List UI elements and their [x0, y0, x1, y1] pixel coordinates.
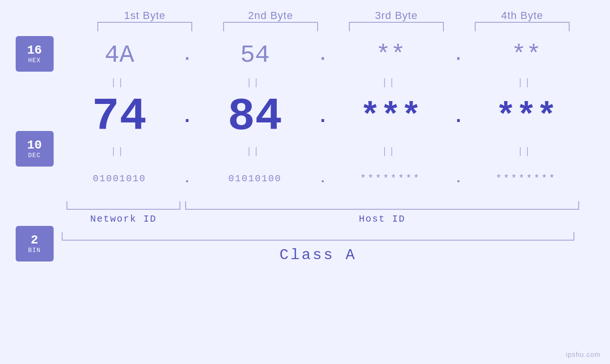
- sep-pipe6: ||: [207, 146, 302, 157]
- bracket-byte1: [97, 22, 192, 31]
- hex-dot3: .: [449, 46, 468, 65]
- bin-dot3: .: [449, 171, 468, 186]
- bin-byte3: ********: [343, 173, 438, 184]
- dec-byte4: ***: [479, 97, 573, 136]
- bin-badge-label: BIN: [28, 247, 40, 254]
- hex-byte4: **: [479, 41, 573, 69]
- dec-dot2: .: [313, 106, 332, 128]
- byte1-header: 1st Byte: [97, 9, 192, 22]
- values-grid: 4A . 54 . ** . **: [62, 36, 610, 264]
- separator-row-1: || || || ||: [62, 74, 584, 91]
- dec-byte1: 74: [72, 91, 167, 143]
- top-brackets: [82, 22, 585, 31]
- sep-pipe4: ||: [479, 77, 573, 88]
- dec-badge-num: 10: [27, 139, 42, 152]
- byte2-header: 2nd Byte: [223, 9, 318, 22]
- host-bracket: [185, 201, 579, 210]
- bin-badge-num: 2: [31, 233, 38, 247]
- dec-byte3: ***: [343, 97, 438, 136]
- dec-badge: 10 DEC: [16, 131, 54, 167]
- dec-dot3: .: [449, 106, 468, 128]
- dec-badge-label: DEC: [28, 152, 40, 159]
- sep-pipe3: ||: [343, 77, 438, 88]
- separator-row-2: || || || ||: [62, 143, 584, 159]
- dec-byte2: 84: [207, 91, 302, 143]
- hex-badge-label: HEX: [28, 57, 40, 64]
- bracket-byte4: [475, 22, 570, 31]
- hex-badge: 16 HEX: [16, 36, 54, 72]
- bin-byte1: 01001010: [72, 173, 167, 184]
- hex-byte1: 4A: [72, 41, 167, 69]
- bracket-byte3: [349, 22, 444, 31]
- hex-byte2: 54: [207, 41, 302, 69]
- bracket-byte2: [223, 22, 318, 31]
- bottom-brackets-row: [62, 201, 584, 210]
- network-id-label: Network ID: [66, 214, 180, 224]
- watermark: ipshu.com: [566, 351, 601, 358]
- byte3-header: 3rd Byte: [349, 9, 444, 22]
- badges-column: 16 HEX 10 DEC 2 BIN: [0, 36, 62, 266]
- bin-badge: 2 BIN: [16, 226, 54, 261]
- hex-dot2: .: [313, 46, 332, 65]
- outer-bracket: [62, 232, 574, 241]
- bin-byte2: 01010100: [207, 173, 302, 184]
- sep-pipe2: ||: [207, 77, 302, 88]
- bin-dot1: .: [178, 171, 197, 186]
- bin-byte4: ********: [479, 173, 573, 184]
- bin-row: 01001010 . 01010100 . ******** .: [62, 159, 584, 197]
- bin-dot2: .: [313, 171, 332, 186]
- sep-pipe5: ||: [72, 146, 167, 157]
- sep-pipe8: ||: [479, 146, 573, 157]
- byte4-header: 4th Byte: [475, 9, 570, 22]
- hex-badge-num: 16: [27, 44, 42, 57]
- hex-row: 4A . 54 . ** . **: [62, 36, 584, 74]
- main-content-area: 16 HEX 10 DEC 2 BIN 4A .: [0, 36, 610, 266]
- hex-dot1: .: [178, 46, 197, 65]
- host-id-label: Host ID: [185, 214, 579, 224]
- dec-dot1: .: [178, 106, 197, 128]
- network-bracket: [66, 201, 180, 210]
- main-container: 1st Byte 2nd Byte 3rd Byte 4th Byte 16 H…: [0, 0, 610, 364]
- dec-row: 74 . 84 . *** . ***: [62, 91, 584, 143]
- sep-pipe7: ||: [343, 146, 438, 157]
- class-label: Class A: [62, 246, 574, 264]
- byte-headers-row: 1st Byte 2nd Byte 3rd Byte 4th Byte: [82, 9, 585, 22]
- hex-byte3: **: [343, 41, 438, 69]
- sep-pipe1: ||: [72, 77, 167, 88]
- id-labels-row: Network ID Host ID: [62, 214, 584, 224]
